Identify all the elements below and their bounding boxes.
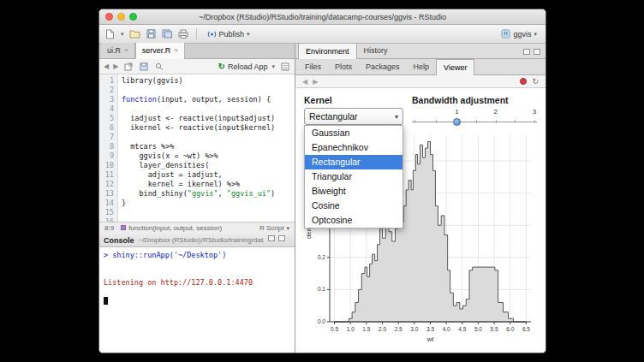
cursor-position: 8:9 [104, 224, 114, 232]
stop-app-button[interactable] [520, 78, 527, 85]
source-editor-pane: ui.R×server.R× ◀ ▶ ↻ [99, 44, 295, 234]
code-token: "ggvis" [188, 189, 218, 198]
nav-forward-icon[interactable]: ▶ [113, 62, 118, 70]
console-output[interactable]: > shiny::runApp('~/Desktop') Listening o… [99, 247, 295, 353]
tab-history[interactable]: History [357, 43, 395, 58]
code-line: adjust = iadjust, [122, 170, 295, 180]
minimize-window-button[interactable] [117, 13, 125, 21]
reload-app-label: Reload App [228, 62, 268, 71]
source-menu-icon[interactable] [279, 61, 290, 72]
bandwidth-slider[interactable]: 123 [412, 108, 537, 127]
find-icon[interactable] [153, 61, 164, 72]
dropdown-option[interactable]: Biweight [305, 184, 402, 199]
editor-tab-ui.R[interactable]: ui.R× [101, 43, 135, 58]
dropdown-option[interactable]: Rectangular [305, 155, 402, 169]
zoom-window-button[interactable] [129, 13, 137, 21]
viewer-forward-icon[interactable]: ▶ [313, 78, 318, 86]
svg-text:0.2: 0.2 [318, 254, 325, 260]
viewer-back-icon[interactable]: ◀ [302, 78, 307, 86]
environment-header-icons [523, 49, 546, 58]
popout-editor-icon[interactable] [122, 61, 134, 72]
publish-label: Publish [219, 30, 245, 39]
left-column: ui.R×server.R× ◀ ▶ ↻ [99, 44, 295, 353]
maximize-env-pane-icon[interactable] [534, 49, 540, 55]
svg-text:3.0: 3.0 [410, 326, 418, 332]
save-file-icon[interactable] [138, 61, 149, 72]
dropdown-option[interactable]: Gaussian [305, 126, 402, 140]
tab-files[interactable]: Files [298, 59, 328, 74]
file-type-caret-icon: ▾ [286, 225, 289, 232]
reload-app-caret-icon[interactable]: ▾ [271, 63, 275, 70]
line-number: 11 [99, 170, 114, 180]
console-pane: Console ~/Dropbox (RStudio)/RStudio/trai… [99, 234, 295, 353]
code-token: ikernel <- reactive(input$kernel) [122, 123, 275, 132]
code-token: kernel = ikernel) %>% [122, 180, 240, 188]
line-number: 6 [99, 123, 114, 133]
dropdown-option[interactable]: Cosine [305, 199, 402, 213]
main-toolbar: ▾ Publish ▾ R ggvis ▾ [99, 25, 546, 44]
file-type-selector[interactable]: R Script ▾ [259, 224, 289, 232]
console-tab[interactable]: Console [104, 236, 134, 245]
editor-tab-label: ui.R [107, 46, 121, 55]
viewer-toolbar: ◀ ▶ ↻ [295, 75, 546, 88]
publish-caret-icon: ▾ [247, 31, 250, 38]
reload-icon: ↻ [218, 62, 225, 71]
line-number: 5 [99, 114, 114, 123]
bandwidth-control: Bandwidth adjustment 123 [412, 95, 537, 127]
app-controls: Kernel Rectangular ▾ Bandwidth adjustmen… [304, 95, 537, 127]
tab-help[interactable]: Help [407, 59, 437, 74]
environment-tabs: EnvironmentHistory [298, 43, 395, 58]
scope-selector[interactable]: function(input, output, session) [121, 224, 222, 232]
code-token: layer_densities( [122, 161, 209, 169]
print-icon[interactable] [178, 28, 189, 39]
dropdown-option[interactable]: Epanechnikov [305, 140, 402, 155]
open-folder-icon[interactable] [129, 28, 140, 39]
publish-button[interactable]: Publish ▾ [204, 27, 253, 40]
maximize-pane-icon[interactable] [278, 235, 285, 241]
kernel-select[interactable]: Rectangular ▾ [304, 108, 403, 125]
tab-viewer[interactable]: Viewer [436, 59, 474, 75]
minimize-env-pane-icon[interactable] [523, 49, 530, 55]
tab-plots[interactable]: Plots [328, 59, 359, 74]
save-icon[interactable] [146, 28, 157, 39]
slider-track[interactable] [412, 122, 537, 122]
environment-tabbar: EnvironmentHistory [295, 44, 546, 59]
svg-text:2.5: 2.5 [395, 326, 402, 332]
reload-app-button[interactable]: ↻ Reload App [218, 62, 268, 71]
project-selector[interactable]: R ggvis ▾ [498, 27, 540, 40]
editor-tabbar: ui.R×server.R× [99, 44, 295, 59]
line-number: 10 [99, 161, 114, 170]
dropdown-option[interactable]: Optcosine [305, 213, 402, 228]
code-line [122, 104, 295, 114]
console-line [104, 269, 295, 278]
editor-tab-label: server.R [142, 46, 171, 55]
line-number: 7 [99, 133, 114, 142]
dropdown-option[interactable]: Triangular [305, 169, 402, 184]
viewer-refresh-icon[interactable]: ↻ [532, 77, 539, 86]
code-line: mtcars %>% [122, 142, 295, 151]
code-token: iadjust <- reactive(input$adjust) [122, 114, 275, 122]
tab-environment[interactable]: Environment [298, 43, 357, 59]
titlebar: ~/Dropbox (RStudio)/RStudio/training/dat… [99, 9, 546, 25]
console-line [104, 287, 295, 296]
close-tab-icon[interactable]: × [174, 47, 178, 54]
project-cube-icon: R [501, 29, 510, 39]
slider-tick-label: 3 [533, 108, 536, 116]
close-window-button[interactable] [105, 13, 113, 21]
save-all-icon[interactable] [162, 28, 173, 39]
svg-text:1.0: 1.0 [347, 326, 355, 332]
nav-back-icon[interactable]: ◀ [104, 62, 109, 70]
new-file-icon[interactable] [104, 28, 116, 39]
code-editor[interactable]: 12345678910111213141516 library(ggvis) f… [99, 74, 295, 222]
editor-tab-server.R[interactable]: server.R× [135, 43, 185, 59]
code-token: function [122, 95, 157, 104]
tab-packages[interactable]: Packages [359, 59, 407, 74]
close-tab-icon[interactable]: × [124, 47, 128, 54]
minimize-pane-icon[interactable] [268, 235, 275, 241]
console-cursor [104, 297, 108, 305]
slider-handle[interactable] [453, 118, 461, 126]
slider-tick-mark [496, 120, 497, 123]
new-file-caret-icon[interactable]: ▾ [121, 31, 124, 38]
code-token: , [218, 189, 227, 198]
code-token: (input, output, session) { [157, 95, 271, 104]
